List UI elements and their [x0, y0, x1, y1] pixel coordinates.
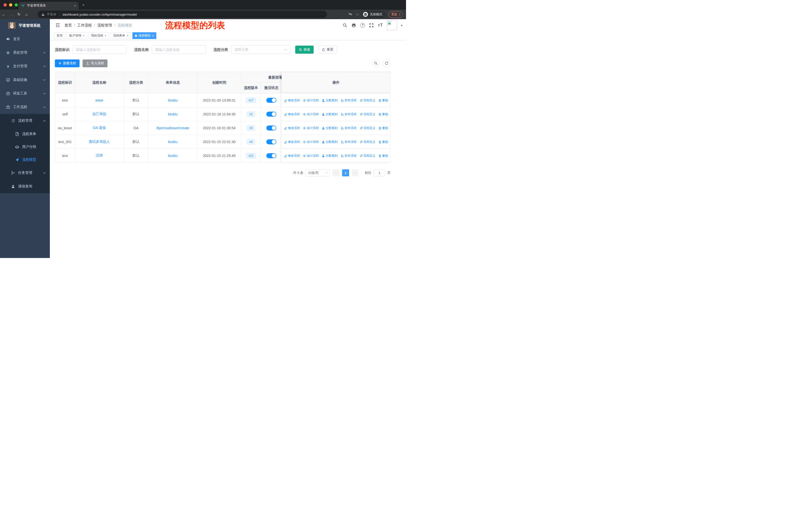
active-toggle[interactable] — [266, 126, 277, 131]
process-name-link[interactable]: OA 请假 — [75, 121, 124, 135]
password-key-icon[interactable] — [348, 12, 353, 17]
form-info-link[interactable]: biubiu — [148, 107, 197, 121]
publish-process-link[interactable]: 发布流程 — [341, 112, 357, 116]
back-button[interactable]: ← — [0, 12, 7, 17]
active-toggle[interactable] — [266, 139, 277, 144]
sidebar-logo[interactable]: 芋道管理系统 — [0, 19, 50, 32]
new-tab-button[interactable] — [82, 2, 85, 7]
form-info-link[interactable]: biubiu — [148, 149, 197, 163]
assign-rule-link[interactable]: 分配规则 — [322, 154, 338, 158]
version-badge[interactable]: v17 — [246, 98, 256, 103]
assign-rule-link[interactable]: 分配规则 — [322, 98, 338, 103]
maximize-window-button[interactable] — [14, 3, 18, 6]
modify-process-link[interactable]: 修改流程 — [284, 112, 300, 116]
fullscreen-icon[interactable] — [369, 23, 374, 28]
process-definition-link[interactable]: 流程定义 — [359, 98, 376, 103]
minimize-window-button[interactable] — [9, 3, 12, 6]
assign-rule-link[interactable]: 分配规则 — [322, 126, 338, 130]
design-process-link[interactable]: 设计流程 — [303, 126, 319, 130]
sidebar-item-task-mgmt[interactable]: 任务管理 — [0, 166, 50, 180]
modify-process-link[interactable]: 修改流程 — [284, 140, 300, 144]
process-definition-link[interactable]: 流程定义 — [359, 154, 376, 158]
active-toggle[interactable] — [266, 112, 277, 117]
publish-process-link[interactable]: 发布流程 — [341, 98, 357, 103]
avatar[interactable] — [387, 20, 397, 30]
delete-link[interactable]: 删除 — [378, 126, 388, 130]
next-page-button[interactable]: › — [352, 169, 359, 176]
breadcrumb-home[interactable]: 首页 — [64, 23, 72, 28]
design-process-link[interactable]: 设计流程 — [303, 98, 319, 103]
tag-my-process[interactable]: 我的流程 — [89, 32, 109, 39]
page-size-select[interactable]: 10条/页 — [306, 169, 330, 176]
process-definition-link[interactable]: 流程定义 — [359, 126, 376, 130]
modify-process-link[interactable]: 修改流程 — [284, 98, 300, 103]
breadcrumb-workflow[interactable]: 工作流程 — [77, 23, 92, 28]
delete-link[interactable]: 删除 — [378, 154, 388, 158]
process-name-link[interactable]: 滔博 — [75, 149, 124, 163]
delete-link[interactable]: 删除 — [378, 140, 388, 144]
version-badge[interactable]: v21 — [246, 153, 256, 159]
delete-link[interactable]: 删除 — [378, 112, 388, 116]
github-icon[interactable] — [351, 23, 356, 28]
browser-tab[interactable]: 芋道管理系统 — [19, 2, 79, 9]
browser-menu-icon[interactable] — [400, 13, 400, 16]
search-button[interactable]: 搜索 — [295, 46, 314, 54]
sidebar-item-process-form[interactable]: 流程表单 — [0, 128, 50, 140]
close-icon[interactable] — [152, 34, 154, 37]
sidebar-item-infra[interactable]: 基础设施 — [0, 73, 50, 87]
search-icon[interactable] — [343, 23, 347, 28]
design-process-link[interactable]: 设计流程 — [303, 140, 319, 144]
sidebar-item-devtools[interactable]: 研发工具 — [0, 87, 50, 100]
process-name-link[interactable]: 测试多审批人 — [75, 135, 124, 148]
close-icon[interactable] — [126, 34, 128, 37]
tab-close-icon[interactable] — [74, 4, 76, 8]
process-name-link[interactable]: 自己审批 — [75, 107, 124, 121]
active-toggle[interactable] — [266, 98, 277, 103]
close-icon[interactable] — [83, 34, 85, 37]
publish-process-link[interactable]: 发布流程 — [341, 140, 357, 144]
tag-tenant[interactable]: 租户管理 — [67, 32, 87, 39]
show-search-button[interactable] — [372, 59, 380, 67]
version-badge[interactable]: v5 — [247, 125, 255, 131]
forward-button[interactable]: → — [7, 12, 15, 17]
sidebar-item-process-mgmt[interactable]: 流程管理 — [0, 114, 50, 128]
modify-process-link[interactable]: 修改流程 — [284, 126, 300, 130]
macos-traffic-lights[interactable] — [3, 3, 18, 6]
process-definition-link[interactable]: 流程定义 — [359, 140, 376, 144]
prev-page-button[interactable]: ‹ — [332, 169, 340, 176]
url-bar[interactable]: 不安全 dashboard.yudao.iocoder.cn/bpm/manag… — [38, 11, 327, 18]
process-definition-link[interactable]: 流程定义 — [359, 112, 376, 116]
delete-link[interactable]: 删除 — [378, 98, 388, 103]
active-toggle[interactable] — [266, 153, 277, 158]
help-icon[interactable] — [360, 23, 365, 28]
sidebar-item-user-group[interactable]: 用户分组 — [0, 140, 50, 153]
font-size-icon[interactable] — [378, 23, 383, 27]
tag-process-model[interactable]: 流程模型 — [133, 32, 156, 39]
publish-process-link[interactable]: 发布流程 — [341, 126, 357, 130]
sidebar-fold-icon[interactable] — [55, 22, 60, 28]
bookmark-star-icon[interactable] — [356, 12, 359, 17]
update-button[interactable]: 更新 — [388, 11, 403, 18]
sidebar-item-process-model[interactable]: 流程模型 — [0, 153, 50, 166]
form-info-link[interactable]: biubiu — [148, 93, 197, 107]
process-name-input[interactable] — [152, 45, 206, 54]
design-process-link[interactable]: 设计流程 — [303, 112, 319, 116]
sidebar-item-home[interactable]: 首页 — [0, 32, 50, 46]
form-info-link[interactable]: /bpm/oa/leave/create — [148, 121, 197, 135]
form-info-link[interactable]: biubiu — [148, 135, 197, 148]
breadcrumb-process-mgmt[interactable]: 流程管理 — [97, 23, 112, 28]
tag-home[interactable]: 首页 — [54, 32, 65, 39]
sidebar-item-payment[interactable]: ¥ 支付管理 — [0, 59, 50, 73]
goto-page-input[interactable] — [374, 169, 385, 176]
version-badge[interactable]: v2 — [247, 111, 255, 117]
home-button[interactable]: ⌂ — [23, 12, 30, 17]
sidebar-item-workflow[interactable]: 工作流程 — [0, 100, 50, 114]
process-name-link[interactable]: eeee — [75, 93, 124, 107]
tag-process-form[interactable]: 流程表单 — [111, 32, 131, 39]
design-process-link[interactable]: 设计流程 — [303, 154, 319, 158]
publish-process-link[interactable]: 发布流程 — [341, 154, 357, 158]
sidebar-item-leave-query[interactable]: 请假查询 — [0, 180, 50, 193]
modify-process-link[interactable]: 修改流程 — [284, 154, 300, 158]
category-select[interactable]: 流程分类 — [231, 45, 290, 54]
reload-button[interactable]: ↻ — [15, 12, 23, 17]
